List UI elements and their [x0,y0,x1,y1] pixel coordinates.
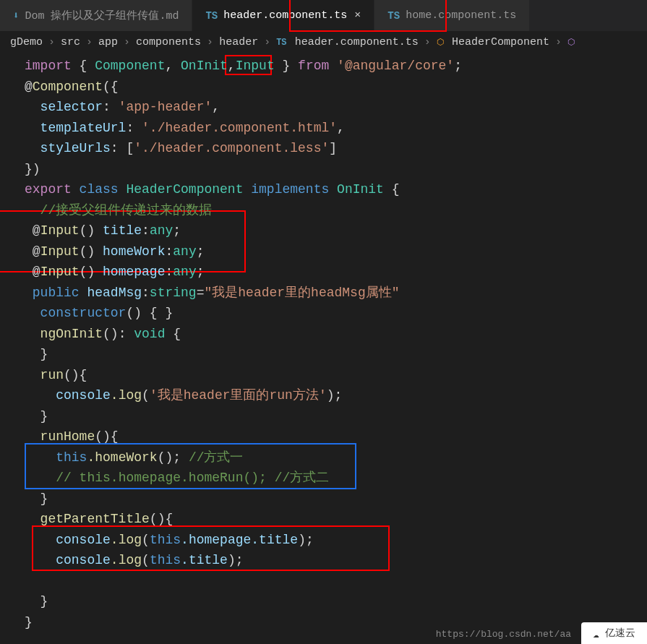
crumb[interactable]: header [213,36,264,48]
tabs-bar: ⬇ Dom 操作以及父子组件传值.md TS header.component.… [0,0,647,32]
footer-url: https://blog.csdn.net/aa [436,629,571,640]
crumb[interactable]: app [93,36,124,48]
crumb-file[interactable]: TS header.component.ts [270,36,424,48]
close-icon[interactable]: × [354,9,361,22]
tab-dom-md[interactable]: ⬇ Dom 操作以及父子组件传值.md [0,0,192,31]
tab-label: Dom 操作以及父子组件传值.md [25,9,179,22]
ts-icon: TS [205,10,218,22]
crumb-method[interactable]: ⬡ [562,36,583,48]
ts-icon: TS [387,10,400,22]
tab-header-ts[interactable]: TS header.component.ts × [192,0,374,31]
crumb-class[interactable]: ⬡ HeaderComponent [431,36,555,48]
tab-home-ts[interactable]: TS home.component.ts [374,0,530,31]
breadcrumb: gDemo› src› app› components› header› TS … [0,32,647,53]
watermark: ☁ 亿速云 [581,622,647,644]
crumb[interactable]: components [130,36,207,48]
tab-label: home.component.ts [406,9,516,22]
tab-label: header.component.ts [223,9,347,22]
cloud-icon: ☁ [593,628,599,640]
code-editor[interactable]: import { Component, OnInit,Input } from … [0,53,647,640]
crumb[interactable]: src [55,36,86,48]
crumb[interactable]: gDemo [4,36,48,48]
markdown-icon: ⬇ [13,9,19,22]
